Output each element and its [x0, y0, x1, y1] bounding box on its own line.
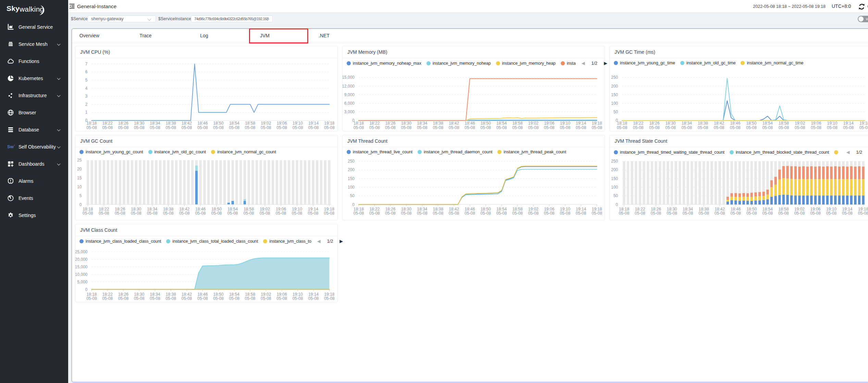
svg-text:05-08: 05-08	[496, 211, 507, 216]
svg-text:05-08: 05-08	[118, 296, 129, 301]
svg-text:05-08: 05-08	[576, 125, 586, 130]
svg-text:0: 0	[616, 202, 618, 207]
svg-text:05-08: 05-08	[165, 125, 176, 130]
svg-text:05-08: 05-08	[730, 211, 741, 216]
svg-text:05-08: 05-08	[528, 211, 539, 216]
svg-text:05-08: 05-08	[324, 125, 335, 130]
svg-text:6: 6	[85, 69, 88, 74]
svg-text:05-08: 05-08	[150, 125, 160, 130]
svg-text:200: 200	[611, 167, 618, 172]
svg-text:05-08: 05-08	[369, 211, 380, 216]
svg-text:05-08: 05-08	[261, 125, 271, 130]
svg-text:05-08: 05-08	[449, 125, 459, 130]
svg-text:05-08: 05-08	[681, 125, 692, 130]
svg-text:10: 10	[77, 184, 82, 189]
svg-text:05-08: 05-08	[195, 211, 206, 216]
svg-text:05-08: 05-08	[293, 296, 303, 301]
svg-text:200: 200	[348, 167, 355, 172]
svg-text:05-08: 05-08	[481, 211, 491, 216]
svg-text:05-08: 05-08	[401, 211, 412, 216]
svg-text:05-08: 05-08	[385, 125, 396, 130]
svg-text:05-08: 05-08	[560, 125, 570, 130]
svg-text:05-08: 05-08	[859, 125, 868, 130]
svg-text:05-08: 05-08	[842, 211, 853, 216]
svg-text:0: 0	[352, 202, 355, 207]
svg-text:10,000: 10,000	[75, 272, 88, 277]
svg-text:100: 100	[611, 185, 618, 190]
svg-text:05-08: 05-08	[464, 211, 475, 216]
svg-text:3,000: 3,000	[344, 110, 355, 114]
svg-text:15,000: 15,000	[343, 75, 355, 80]
svg-text:05-08: 05-08	[417, 125, 427, 130]
svg-text:05-08: 05-08	[464, 125, 475, 130]
svg-text:0: 0	[85, 287, 88, 292]
svg-text:0: 0	[79, 202, 82, 207]
svg-text:05-08: 05-08	[651, 211, 661, 216]
svg-text:05-08: 05-08	[843, 125, 854, 130]
svg-text:05-08: 05-08	[276, 211, 286, 216]
svg-text:50: 50	[613, 110, 618, 114]
svg-text:05-08: 05-08	[633, 125, 644, 130]
svg-text:05-08: 05-08	[779, 125, 789, 130]
svg-text:05-08: 05-08	[746, 125, 757, 130]
svg-text:150: 150	[348, 176, 355, 181]
svg-text:05-08: 05-08	[576, 211, 586, 216]
svg-text:15: 15	[77, 176, 82, 180]
svg-text:250: 250	[611, 159, 618, 164]
svg-text:05-08: 05-08	[385, 211, 396, 216]
svg-text:4: 4	[85, 86, 88, 91]
svg-text:2: 2	[85, 102, 88, 107]
svg-text:05-08: 05-08	[163, 211, 174, 216]
svg-text:05-08: 05-08	[86, 125, 97, 130]
svg-text:05-08: 05-08	[134, 125, 145, 130]
svg-text:05-08: 05-08	[762, 211, 773, 216]
svg-text:05-08: 05-08	[197, 125, 208, 130]
svg-text:05-08: 05-08	[778, 211, 789, 216]
svg-text:05-08: 05-08	[827, 125, 838, 130]
svg-text:05-08: 05-08	[794, 211, 805, 216]
svg-text:05-08: 05-08	[229, 125, 240, 130]
svg-text:05-08: 05-08	[449, 211, 459, 216]
svg-text:05-08: 05-08	[433, 125, 443, 130]
svg-text:05-08: 05-08	[308, 211, 319, 216]
svg-text:05-08: 05-08	[810, 211, 821, 216]
svg-text:5,000: 5,000	[77, 280, 87, 284]
svg-text:50: 50	[350, 193, 355, 198]
svg-text:05-08: 05-08	[369, 125, 380, 130]
svg-text:05-08: 05-08	[619, 211, 629, 216]
svg-text:05-08: 05-08	[308, 296, 319, 301]
svg-text:05-08: 05-08	[115, 211, 125, 216]
svg-text:7: 7	[85, 62, 88, 66]
svg-text:05-08: 05-08	[245, 125, 256, 130]
svg-text:05-08: 05-08	[730, 125, 741, 130]
svg-text:20,000: 20,000	[75, 257, 88, 262]
svg-text:100: 100	[348, 185, 355, 190]
svg-text:05-08: 05-08	[229, 296, 240, 301]
svg-text:05-08: 05-08	[592, 125, 602, 130]
svg-text:05-08: 05-08	[746, 211, 757, 216]
svg-text:9,000: 9,000	[344, 92, 355, 97]
svg-text:15,000: 15,000	[75, 265, 88, 269]
svg-text:25: 25	[77, 158, 82, 163]
svg-text:05-08: 05-08	[496, 125, 507, 130]
svg-text:05-08: 05-08	[260, 211, 270, 216]
svg-text:05-08: 05-08	[560, 211, 570, 216]
svg-text:05-08: 05-08	[131, 211, 141, 216]
svg-text:05-08: 05-08	[795, 125, 805, 130]
svg-text:05-08: 05-08	[102, 296, 113, 301]
svg-text:05-08: 05-08	[324, 296, 335, 301]
svg-text:05-08: 05-08	[99, 211, 109, 216]
svg-text:3: 3	[85, 94, 88, 99]
svg-text:05-08: 05-08	[649, 125, 660, 130]
svg-text:05-08: 05-08	[714, 125, 724, 130]
svg-text:05-08: 05-08	[244, 211, 254, 216]
svg-text:05-08: 05-08	[544, 211, 555, 216]
svg-text:25,000: 25,000	[75, 250, 88, 254]
svg-text:05-08: 05-08	[665, 125, 676, 130]
svg-text:100: 100	[611, 101, 618, 106]
svg-text:6,000: 6,000	[344, 101, 355, 106]
svg-text:05-08: 05-08	[308, 125, 319, 130]
svg-text:05-08: 05-08	[134, 296, 145, 301]
svg-text:05-08: 05-08	[512, 211, 523, 216]
svg-text:5: 5	[85, 78, 88, 82]
